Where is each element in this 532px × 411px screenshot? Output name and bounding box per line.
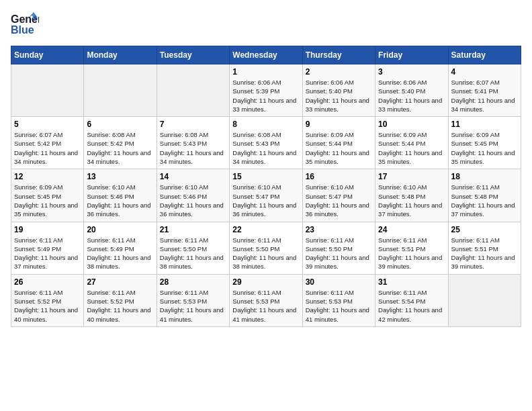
calendar-cell: 5Sunrise: 6:07 AMSunset: 5:42 PMDaylight… — [11, 117, 84, 169]
calendar-week-2: 5Sunrise: 6:07 AMSunset: 5:42 PMDaylight… — [11, 117, 521, 169]
day-info: Sunrise: 6:06 AMSunset: 5:39 PMDaylight:… — [232, 78, 299, 113]
calendar-week-3: 12Sunrise: 6:09 AMSunset: 5:45 PMDayligh… — [11, 169, 521, 222]
day-number: 16 — [306, 172, 372, 181]
day-number: 5 — [14, 120, 81, 129]
calendar-cell: 20Sunrise: 6:11 AMSunset: 5:49 PMDayligh… — [84, 222, 157, 274]
day-info: Sunrise: 6:08 AMSunset: 5:42 PMDaylight:… — [87, 130, 153, 166]
day-number: 10 — [378, 120, 445, 129]
day-number: 27 — [87, 277, 153, 287]
day-info: Sunrise: 6:11 AMSunset: 5:50 PMDaylight:… — [232, 236, 299, 271]
day-info: Sunrise: 6:11 AMSunset: 5:53 PMDaylight:… — [232, 288, 299, 324]
day-info: Sunrise: 6:11 AMSunset: 5:51 PMDaylight:… — [378, 236, 445, 271]
day-number: 1 — [232, 67, 299, 77]
calendar-cell: 13Sunrise: 6:10 AMSunset: 5:46 PMDayligh… — [84, 169, 157, 222]
calendar-cell: 21Sunrise: 6:11 AMSunset: 5:50 PMDayligh… — [157, 222, 229, 274]
calendar-cell: 31Sunrise: 6:11 AMSunset: 5:54 PMDayligh… — [375, 274, 448, 326]
day-info: Sunrise: 6:08 AMSunset: 5:43 PMDaylight:… — [232, 130, 299, 166]
calendar-cell: 16Sunrise: 6:10 AMSunset: 5:47 PMDayligh… — [302, 169, 375, 222]
day-number: 6 — [87, 120, 153, 129]
day-info: Sunrise: 6:07 AMSunset: 5:41 PMDaylight:… — [451, 78, 518, 113]
day-info: Sunrise: 6:08 AMSunset: 5:43 PMDaylight:… — [160, 130, 226, 166]
day-number: 18 — [451, 172, 518, 181]
day-info: Sunrise: 6:11 AMSunset: 5:50 PMDaylight:… — [160, 236, 226, 271]
day-number: 7 — [160, 120, 226, 129]
day-number: 15 — [232, 172, 299, 181]
calendar-cell: 24Sunrise: 6:11 AMSunset: 5:51 PMDayligh… — [375, 222, 448, 274]
day-info: Sunrise: 6:11 AMSunset: 5:49 PMDaylight:… — [14, 236, 81, 271]
day-number: 4 — [451, 67, 518, 77]
calendar-cell: 18Sunrise: 6:11 AMSunset: 5:48 PMDayligh… — [448, 169, 521, 222]
calendar-cell — [157, 64, 229, 117]
day-header-tuesday: Tuesday — [157, 46, 229, 64]
day-number: 20 — [87, 225, 153, 234]
day-info: Sunrise: 6:10 AMSunset: 5:47 PMDaylight:… — [306, 183, 372, 218]
calendar-cell — [11, 64, 84, 117]
svg-text:Blue: Blue — [11, 24, 34, 36]
day-info: Sunrise: 6:09 AMSunset: 5:45 PMDaylight:… — [451, 130, 518, 166]
calendar-cell: 11Sunrise: 6:09 AMSunset: 5:45 PMDayligh… — [448, 117, 521, 169]
day-info: Sunrise: 6:11 AMSunset: 5:53 PMDaylight:… — [306, 288, 372, 324]
day-number: 21 — [160, 225, 226, 234]
calendar-cell: 2Sunrise: 6:06 AMSunset: 5:40 PMDaylight… — [302, 64, 375, 117]
day-info: Sunrise: 6:10 AMSunset: 5:48 PMDaylight:… — [378, 183, 445, 218]
day-info: Sunrise: 6:09 AMSunset: 5:44 PMDaylight:… — [378, 130, 445, 166]
day-info: Sunrise: 6:11 AMSunset: 5:49 PMDaylight:… — [87, 236, 153, 271]
day-info: Sunrise: 6:11 AMSunset: 5:52 PMDaylight:… — [14, 288, 81, 324]
calendar-cell — [448, 274, 521, 326]
day-info: Sunrise: 6:11 AMSunset: 5:48 PMDaylight:… — [451, 183, 518, 218]
calendar-cell: 15Sunrise: 6:10 AMSunset: 5:47 PMDayligh… — [230, 169, 302, 222]
calendar-cell: 19Sunrise: 6:11 AMSunset: 5:49 PMDayligh… — [11, 222, 84, 274]
day-info: Sunrise: 6:06 AMSunset: 5:40 PMDaylight:… — [306, 78, 372, 113]
calendar-cell: 1Sunrise: 6:06 AMSunset: 5:39 PMDaylight… — [230, 64, 302, 117]
logo-icon: General Blue — [11, 11, 39, 39]
calendar-cell: 29Sunrise: 6:11 AMSunset: 5:53 PMDayligh… — [230, 274, 302, 326]
day-info: Sunrise: 6:10 AMSunset: 5:46 PMDaylight:… — [160, 183, 226, 218]
day-info: Sunrise: 6:06 AMSunset: 5:40 PMDaylight:… — [378, 78, 445, 113]
day-info: Sunrise: 6:09 AMSunset: 5:45 PMDaylight:… — [14, 183, 81, 218]
day-number: 24 — [378, 225, 445, 234]
calendar-cell: 14Sunrise: 6:10 AMSunset: 5:46 PMDayligh… — [157, 169, 229, 222]
day-header-monday: Monday — [84, 46, 157, 64]
calendar-cell — [84, 64, 157, 117]
day-number: 23 — [306, 225, 372, 234]
calendar-cell: 4Sunrise: 6:07 AMSunset: 5:41 PMDaylight… — [448, 64, 521, 117]
day-header-thursday: Thursday — [302, 46, 375, 64]
day-number: 19 — [14, 225, 81, 234]
day-number: 8 — [232, 120, 299, 129]
calendar-cell: 23Sunrise: 6:11 AMSunset: 5:50 PMDayligh… — [302, 222, 375, 274]
logo: General Blue — [11, 11, 39, 39]
day-header-friday: Friday — [375, 46, 448, 64]
day-info: Sunrise: 6:11 AMSunset: 5:51 PMDaylight:… — [451, 236, 518, 271]
day-number: 30 — [306, 277, 372, 287]
calendar-cell: 26Sunrise: 6:11 AMSunset: 5:52 PMDayligh… — [11, 274, 84, 326]
calendar: SundayMondayTuesdayWednesdayThursdayFrid… — [11, 46, 521, 327]
calendar-cell: 3Sunrise: 6:06 AMSunset: 5:40 PMDaylight… — [375, 64, 448, 117]
day-info: Sunrise: 6:11 AMSunset: 5:52 PMDaylight:… — [87, 288, 153, 324]
calendar-cell: 17Sunrise: 6:10 AMSunset: 5:48 PMDayligh… — [375, 169, 448, 222]
day-number: 9 — [306, 120, 372, 129]
calendar-cell: 22Sunrise: 6:11 AMSunset: 5:50 PMDayligh… — [230, 222, 302, 274]
day-number: 14 — [160, 172, 226, 181]
day-number: 13 — [87, 172, 153, 181]
day-number: 17 — [378, 172, 445, 181]
calendar-cell: 10Sunrise: 6:09 AMSunset: 5:44 PMDayligh… — [375, 117, 448, 169]
calendar-week-1: 1Sunrise: 6:06 AMSunset: 5:39 PMDaylight… — [11, 64, 521, 117]
day-number: 29 — [232, 277, 299, 287]
calendar-week-4: 19Sunrise: 6:11 AMSunset: 5:49 PMDayligh… — [11, 222, 521, 274]
day-number: 26 — [14, 277, 81, 287]
day-header-sunday: Sunday — [11, 46, 84, 64]
calendar-cell: 8Sunrise: 6:08 AMSunset: 5:43 PMDaylight… — [230, 117, 302, 169]
header: General Blue — [11, 11, 521, 39]
calendar-cell: 12Sunrise: 6:09 AMSunset: 5:45 PMDayligh… — [11, 169, 84, 222]
day-number: 11 — [451, 120, 518, 129]
day-info: Sunrise: 6:10 AMSunset: 5:47 PMDaylight:… — [232, 183, 299, 218]
day-number: 3 — [378, 67, 445, 77]
day-number: 12 — [14, 172, 81, 181]
calendar-cell: 30Sunrise: 6:11 AMSunset: 5:53 PMDayligh… — [302, 274, 375, 326]
day-number: 31 — [378, 277, 445, 287]
day-info: Sunrise: 6:11 AMSunset: 5:53 PMDaylight:… — [160, 288, 226, 324]
day-number: 25 — [451, 225, 518, 234]
day-number: 2 — [306, 67, 372, 77]
day-header-wednesday: Wednesday — [230, 46, 302, 64]
calendar-header-row: SundayMondayTuesdayWednesdayThursdayFrid… — [11, 46, 521, 64]
